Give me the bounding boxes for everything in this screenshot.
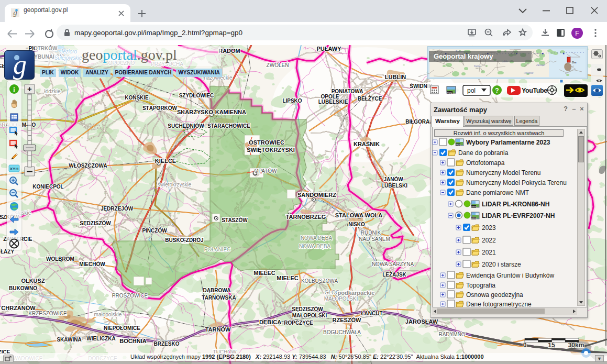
svg-text:BOCHNIA: BOCHNIA bbox=[119, 338, 146, 344]
svg-text:0: 0 bbox=[523, 341, 527, 349]
svg-text:STASZÓW: STASZÓW bbox=[222, 217, 248, 223]
svg-text:DĄBROWA: DĄBROWA bbox=[203, 288, 231, 293]
svg-text:MIECHÓW: MIECHÓW bbox=[79, 261, 105, 267]
svg-text:PROSZOWICE: PROSZOWICE bbox=[112, 293, 148, 299]
svg-text:SĘDZISZÓW: SĘDZISZÓW bbox=[292, 306, 323, 312]
svg-text:SĘDZISZÓW: SĘDZISZÓW bbox=[80, 220, 111, 226]
svg-text:Gm: Gm bbox=[572, 61, 577, 64]
svg-text:SUCHEDNIÓW: SUCHEDNIÓW bbox=[168, 123, 204, 129]
svg-text:małopolskie: małopolskie bbox=[94, 312, 122, 317]
svg-text:F: F bbox=[575, 30, 579, 37]
svg-text:MIELEC: MIELEC bbox=[277, 275, 299, 281]
svg-text:MAŁOPOLSKI: MAŁOPOLSKI bbox=[324, 296, 358, 302]
svg-text:PIŃCZÓW: PIŃCZÓW bbox=[142, 227, 167, 234]
svg-text:NOWA DĘBA: NOWA DĘBA bbox=[299, 244, 331, 249]
svg-text:LUBELSKI: LUBELSKI bbox=[381, 183, 407, 189]
svg-text:STARACHOWICE: STARACHOWICE bbox=[207, 123, 250, 129]
svg-text:RUDNIK: RUDNIK bbox=[361, 230, 381, 236]
svg-text:BOGUCHWAŁA: BOGUCHWAŁA bbox=[323, 329, 361, 335]
svg-text:DĘBICA: DĘBICA bbox=[259, 319, 281, 325]
svg-text:STĄPORKÓW: STĄPORKÓW bbox=[142, 105, 178, 111]
svg-text:OLKUSZ: OLKUSZ bbox=[21, 278, 45, 284]
svg-text:Zamosc: Zamosc bbox=[536, 64, 545, 67]
svg-text:świętokrzyskie: świętokrzyskie bbox=[158, 182, 192, 187]
svg-text:NIEPOŁOMICE: NIEPOŁOMICE bbox=[104, 325, 140, 331]
svg-text:SKARŻYSKO-KAMIENNA: SKARŻYSKO-KAMIENNA bbox=[177, 109, 246, 115]
svg-text:OPATÓW: OPATÓW bbox=[255, 168, 278, 174]
svg-text:MIELEC: MIELEC bbox=[253, 270, 275, 276]
svg-text:RZESZÓW: RZESZÓW bbox=[333, 317, 362, 323]
svg-text:ŁAŃCUT: ŁAŃCUT bbox=[361, 310, 382, 316]
svg-text:RADYMNO: RADYMNO bbox=[438, 332, 465, 337]
svg-text:Rzeszow: Rzeszow bbox=[524, 72, 534, 74]
svg-text:KRAŚNIK: KRAŚNIK bbox=[354, 141, 380, 147]
svg-text:15: 15 bbox=[548, 341, 555, 349]
svg-text:pol: pol bbox=[467, 87, 476, 94]
svg-text:WMS: WMS bbox=[447, 92, 453, 94]
svg-text:Kielce: Kielce bbox=[474, 65, 481, 68]
svg-text:POŁANIEC: POŁANIEC bbox=[204, 247, 231, 252]
svg-text:?: ? bbox=[495, 87, 499, 94]
svg-text:WŁOSZCZOWA: WŁOSZCZOWA bbox=[69, 163, 107, 169]
svg-text:TARNÓW: TARNÓW bbox=[205, 326, 231, 333]
svg-text:OSTROWIEC: OSTROWIEC bbox=[249, 139, 284, 146]
svg-text:NAD SANEM: NAD SANEM bbox=[359, 236, 390, 242]
svg-text:WOLBROM: WOLBROM bbox=[46, 256, 74, 262]
svg-text:NOWA SARZYNA: NOWA SARZYNA bbox=[372, 261, 414, 267]
svg-text:NISKO: NISKO bbox=[348, 222, 365, 227]
svg-text:WIELICZKA: WIELICZKA bbox=[86, 336, 116, 341]
svg-text:KOLBUSZOWA: KOLBUSZOWA bbox=[301, 278, 338, 284]
svg-text:ROPCZYCE: ROPCZYCE bbox=[284, 320, 313, 326]
svg-text:MAŁOPOLSKI: MAŁOPOLSKI bbox=[292, 313, 327, 318]
svg-text:NOWA DĘBA: NOWA DĘBA bbox=[301, 235, 333, 241]
svg-text:BUSKO-ZDRÓJ: BUSKO-ZDRÓJ bbox=[165, 237, 203, 243]
svg-text:BUKOWNO: BUKOWNO bbox=[9, 285, 37, 291]
svg-text:ŚWIĘTOKRZYSKI: ŚWIĘTOKRZYSKI bbox=[247, 147, 294, 153]
svg-text:JAROSŁAW: JAROSŁAW bbox=[405, 318, 438, 325]
svg-text:TARNOBRZEG: TARNOBRZEG bbox=[286, 214, 326, 220]
svg-text:podkarpackie: podkarpackie bbox=[338, 290, 375, 296]
svg-text:STALOWA WOLA: STALOWA WOLA bbox=[335, 212, 382, 218]
svg-text:JĘDRZEJÓW: JĘDRZEJÓW bbox=[101, 205, 134, 212]
svg-text:YouTube: YouTube bbox=[522, 87, 547, 94]
svg-text:LEŻAJSK: LEŻAJSK bbox=[382, 271, 406, 278]
svg-text:SKAWINA: SKAWINA bbox=[57, 337, 81, 343]
svg-text:TARNOWSKA: TARNOWSKA bbox=[202, 295, 236, 301]
svg-text:30km: 30km bbox=[568, 341, 584, 349]
svg-text:SANDOMIERZ: SANDOMIERZ bbox=[297, 192, 336, 198]
svg-text:KRZESZOWICE: KRZESZOWICE bbox=[28, 311, 67, 316]
svg-text:XYH: XYH bbox=[10, 167, 19, 171]
svg-text:JANÓW: JANÓW bbox=[383, 176, 403, 182]
svg-text:BRZESKO: BRZESKO bbox=[154, 341, 180, 347]
svg-text:KIELCE: KIELCE bbox=[155, 158, 176, 164]
svg-text:BIŁGORAJ: BIŁGORAJ bbox=[405, 119, 433, 125]
